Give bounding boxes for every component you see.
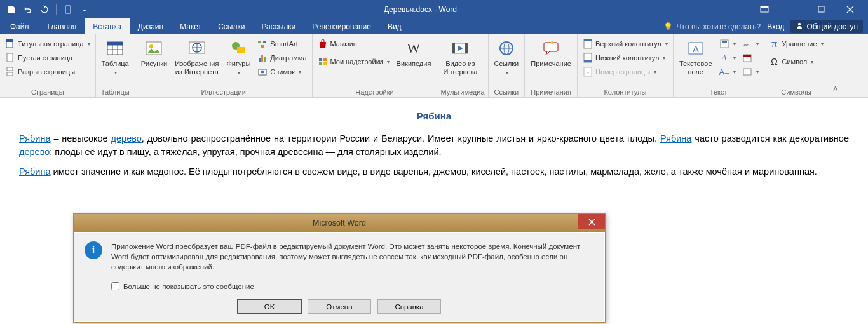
shapes-button[interactable]: Фигуры▾ [224,36,253,76]
object-button[interactable]: ▾ [740,65,761,78]
login-link[interactable]: Вход [767,22,784,31]
collapse-ribbon-button[interactable]: ᐱ [829,34,843,97]
group-label: Ссылки [492,88,522,97]
tab-home[interactable]: Главная [39,18,85,34]
pictures-icon [144,38,164,58]
svg-rect-12 [107,42,123,45]
wordart-button[interactable]: A▾ [717,51,738,64]
header-icon [583,39,593,49]
group-label: Таблицы [99,88,132,97]
svg-rect-29 [319,62,322,65]
cover-page-button[interactable]: Титульная страница▾ [3,37,92,50]
minimize-button[interactable] [778,0,807,18]
datetime-button[interactable] [740,51,761,64]
lightbulb-icon: 💡 [663,22,673,31]
symbol-icon: Ω [770,57,780,67]
qat-customize-icon[interactable] [78,3,91,16]
wikipedia-button[interactable]: WВикипедия [394,36,434,68]
screenshot-button[interactable]: Снимок▾ [255,65,308,78]
svg-rect-33 [465,43,468,53]
pictures-button[interactable]: Рисунки [139,36,170,68]
group-label: Иллюстрации [139,88,309,97]
svg-rect-2 [761,6,768,8]
my-addins-button[interactable]: Мои надстройки▾ [316,55,391,68]
quick-parts-button[interactable]: ▾ [717,37,738,50]
footer-icon [583,53,593,63]
tab-mailings[interactable]: Рассылки [253,18,304,34]
textbox-button[interactable]: AТекстовое поле [677,36,715,76]
svg-text:#: # [587,71,590,76]
help-button[interactable]: Справка [377,299,441,314]
signature-button[interactable]: ▾ [740,37,761,50]
tab-design[interactable]: Дизайн [130,18,172,34]
close-button[interactable] [836,0,864,18]
svg-rect-0 [65,6,71,13]
table-icon [105,38,125,58]
undo-icon[interactable] [22,3,34,16]
tab-insert[interactable]: Вставка [85,18,130,34]
link-icon [496,38,517,58]
links-button[interactable]: Ссылки▾ [492,36,522,76]
blank-page-button[interactable]: Пустая страница [3,51,92,64]
screenshot-icon [257,67,268,77]
tab-file[interactable]: Файл [0,18,39,34]
footer-button[interactable]: Нижний колонтитул▾ [581,51,670,64]
svg-rect-23 [261,55,263,62]
group-label: Текст [677,88,761,97]
wikipedia-icon: W [403,38,424,58]
tell-me-search[interactable]: 💡 Что вы хотите сделать? [663,22,761,31]
info-icon: i [85,241,102,259]
smartart-button[interactable]: SmartArt [255,37,308,50]
smartart-icon [257,39,268,49]
group-symbols: πУравнение▾ ΩСимвол▾ Символы [764,34,829,97]
svg-rect-18 [237,47,245,53]
ribbon-options-icon[interactable] [750,0,778,18]
redo-icon[interactable] [38,3,51,16]
document-body[interactable]: Рябина Рябина – невысокое дерево, доволь… [0,98,868,196]
maximize-button[interactable] [807,0,836,18]
store-button[interactable]: Магазин [316,37,391,50]
symbol-button[interactable]: ΩСимвол▾ [768,55,825,68]
checkbox-input[interactable] [111,282,119,290]
chart-icon [257,53,268,63]
svg-text:A: A [693,44,699,54]
page-break-button[interactable]: Разрыв страницы [3,65,92,78]
group-media: Видео из Интернета Мультимедиа [437,34,488,97]
comment-button[interactable]: Примечание [528,36,574,68]
online-video-button[interactable]: Видео из Интернета [440,36,480,76]
touch-mode-icon[interactable] [62,3,74,16]
online-pictures-button[interactable]: Изображения из Интернета [172,36,221,76]
tab-review[interactable]: Рецензирование [304,18,379,34]
svg-rect-28 [323,58,327,61]
hyperlink[interactable]: Рябина [660,133,692,144]
hyperlink[interactable]: дерево [111,133,142,144]
header-button[interactable]: Верхний колонтитул▾ [581,37,670,50]
svg-rect-46 [722,41,727,43]
ok-button[interactable]: OK [238,299,301,314]
equation-icon: π [770,39,780,49]
svg-rect-38 [584,39,592,41]
page-number-button[interactable]: #Номер страницы▾ [581,65,670,78]
tab-view[interactable]: Вид [379,18,410,34]
svg-rect-22 [259,58,261,62]
share-button[interactable]: Общий доступ [790,20,863,33]
group-headers: Верхний колонтитул▾ Нижний колонтитул▾ #… [578,34,674,97]
cover-page-icon [5,39,15,49]
tab-layout[interactable]: Макет [172,18,210,34]
cancel-button[interactable]: Отмена [308,299,371,314]
dialog-close-button[interactable] [578,214,605,229]
svg-rect-10 [7,72,13,76]
table-button[interactable]: Таблица▾ [99,36,132,76]
hyperlink[interactable]: дерево [19,147,50,157]
drop-cap-button[interactable]: A≡▾ [717,65,738,78]
equation-button[interactable]: πУравнение▾ [768,37,825,50]
dont-show-checkbox[interactable]: Больше не показывать это сообщение [111,282,594,290]
dropcap-icon: A≡ [719,67,729,77]
chart-button[interactable]: Диаграмма [255,51,308,64]
hyperlink[interactable]: Рябина [19,133,51,144]
save-icon[interactable] [5,3,18,16]
dialog-titlebar[interactable]: Microsoft Word [74,214,605,232]
dialog-title: Microsoft Word [313,219,366,227]
hyperlink[interactable]: Рябина [19,166,51,177]
tab-references[interactable]: Ссылки [210,18,253,34]
